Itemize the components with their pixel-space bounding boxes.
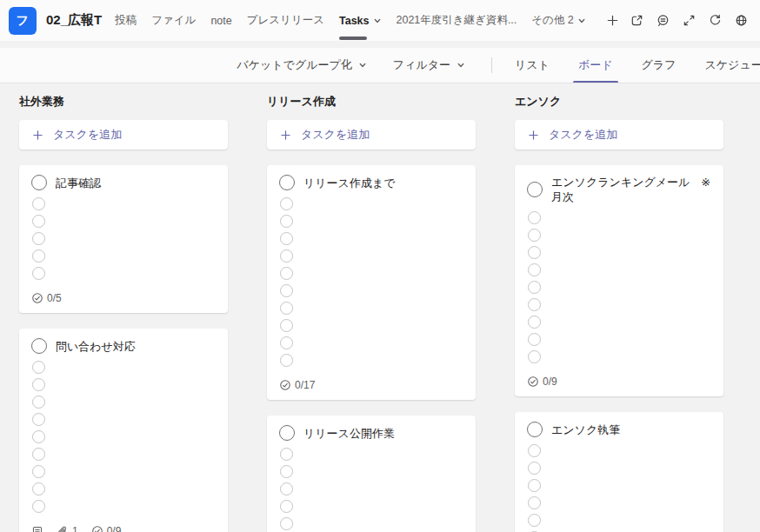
checklist bbox=[31, 197, 216, 280]
checklist-item-circle[interactable] bbox=[32, 430, 45, 443]
checklist-item-circle[interactable] bbox=[32, 448, 45, 461]
task-card[interactable]: 記事確認 0/5 bbox=[19, 165, 228, 313]
bucket-name: エンソク bbox=[515, 95, 723, 109]
task-complete-circle[interactable] bbox=[279, 425, 295, 441]
card-footer: 0/9 bbox=[527, 376, 711, 388]
chat-icon[interactable] bbox=[651, 9, 676, 33]
checklist-item-circle[interactable] bbox=[280, 267, 293, 280]
tab-note[interactable]: note bbox=[210, 0, 231, 41]
checklist-item-circle[interactable] bbox=[280, 249, 293, 263]
bucket-column: 社外業務 タスクを追加 記事確認 0/5 問い合わせ対応 bbox=[19, 95, 228, 532]
checklist-item-circle[interactable] bbox=[32, 500, 45, 513]
checklist-item-circle[interactable] bbox=[528, 298, 541, 311]
checklist-item-circle[interactable] bbox=[528, 263, 541, 276]
task-complete-circle[interactable] bbox=[527, 182, 543, 197]
checklist-item-circle[interactable] bbox=[528, 246, 541, 259]
pop-out-icon[interactable] bbox=[625, 9, 650, 33]
add-task-button[interactable]: タスクを追加 bbox=[267, 120, 476, 150]
card-title: リリース作成まで bbox=[303, 176, 396, 190]
task-complete-circle[interactable] bbox=[31, 338, 47, 354]
tab-posts[interactable]: 投稿 bbox=[115, 0, 137, 41]
checklist-item-circle[interactable] bbox=[528, 479, 541, 492]
checklist-item-circle[interactable] bbox=[32, 361, 45, 374]
view-tab-schedule[interactable]: スケジュール bbox=[704, 48, 760, 83]
team-avatar[interactable]: フ bbox=[9, 7, 37, 35]
add-task-button[interactable]: タスクを追加 bbox=[515, 120, 723, 150]
checklist-item-circle[interactable] bbox=[280, 517, 293, 530]
task-card[interactable]: エンソク執筆 bbox=[515, 412, 723, 532]
task-card[interactable]: リリース作成まで 0/17 bbox=[267, 165, 476, 400]
tab-handover-docs[interactable]: 2021年度引き継ぎ資料... bbox=[397, 0, 517, 41]
checklist-item-circle[interactable] bbox=[32, 413, 45, 426]
checklist bbox=[527, 211, 711, 363]
checklist-item-circle[interactable] bbox=[280, 284, 293, 297]
group-by-bucket-dropdown[interactable]: バケットでグループ化 bbox=[237, 57, 366, 73]
checklist-item-circle[interactable] bbox=[528, 514, 541, 527]
add-task-label: タスクを追加 bbox=[301, 127, 370, 143]
note-indicator bbox=[31, 525, 43, 532]
checklist-item-circle[interactable] bbox=[280, 197, 293, 210]
checklist-item-circle[interactable] bbox=[32, 465, 45, 478]
checklist-item-circle[interactable] bbox=[528, 229, 541, 242]
task-complete-circle[interactable] bbox=[279, 175, 295, 190]
checklist-item-circle[interactable] bbox=[32, 232, 45, 245]
bucket-column: リリース作成 タスクを追加 リリース作成まで 0/17 リリース公開作業 bbox=[267, 95, 476, 532]
add-task-button[interactable]: タスクを追加 bbox=[19, 120, 228, 150]
card-footer: 0/17 bbox=[279, 379, 463, 391]
checklist-item-circle[interactable] bbox=[280, 465, 293, 478]
task-card[interactable]: エンソクランキングメール ※月次 0/9 bbox=[515, 165, 723, 396]
checklist-item-circle[interactable] bbox=[528, 496, 541, 509]
card-title: 記事確認 bbox=[56, 176, 101, 190]
checklist-item-circle[interactable] bbox=[32, 197, 45, 210]
board: 社外業務 タスクを追加 記事確認 0/5 問い合わせ対応 bbox=[0, 83, 760, 532]
tab-tasks[interactable]: Tasks bbox=[339, 0, 382, 41]
checklist-item-circle[interactable] bbox=[528, 281, 541, 294]
checklist-item-circle[interactable] bbox=[280, 500, 293, 513]
add-tab-button[interactable] bbox=[601, 9, 625, 33]
checklist-item-circle[interactable] bbox=[528, 211, 541, 224]
active-tab-indicator bbox=[339, 37, 367, 40]
checklist-item-circle[interactable] bbox=[280, 354, 293, 367]
tab-press-release[interactable]: プレスリリース bbox=[247, 0, 324, 41]
tab-files[interactable]: ファイル bbox=[151, 0, 196, 41]
checklist-item-circle[interactable] bbox=[528, 462, 541, 475]
task-complete-circle[interactable] bbox=[527, 422, 543, 437]
checklist-item-circle[interactable] bbox=[280, 302, 293, 315]
chevron-down-icon bbox=[358, 61, 367, 70]
expand-icon[interactable] bbox=[677, 9, 702, 33]
more-options-icon[interactable] bbox=[756, 9, 760, 33]
add-task-label: タスクを追加 bbox=[549, 127, 617, 143]
task-card[interactable]: 問い合わせ対応 1 0/9 bbox=[19, 329, 228, 532]
checklist-item-circle[interactable] bbox=[528, 350, 541, 363]
checklist-item-circle[interactable] bbox=[32, 267, 45, 280]
plus-icon bbox=[31, 129, 44, 142]
checklist-item-circle[interactable] bbox=[280, 448, 293, 461]
checklist-item-circle[interactable] bbox=[32, 215, 45, 228]
checklist-item-circle[interactable] bbox=[280, 319, 293, 332]
checklist-item-circle[interactable] bbox=[32, 482, 45, 495]
checklist-progress: 0/17 bbox=[279, 379, 315, 391]
checklist-item-circle[interactable] bbox=[528, 333, 541, 346]
filter-dropdown[interactable]: フィルター bbox=[393, 57, 465, 73]
plus-icon bbox=[279, 129, 292, 142]
note-icon bbox=[31, 525, 43, 532]
globe-icon[interactable] bbox=[730, 9, 754, 33]
checklist-item-circle[interactable] bbox=[280, 482, 293, 495]
checklist-item-circle[interactable] bbox=[528, 316, 541, 329]
task-card[interactable]: リリース公開作業 bbox=[267, 416, 476, 532]
checklist-item-circle[interactable] bbox=[528, 444, 541, 457]
progress-text: 0/9 bbox=[543, 376, 557, 388]
task-complete-circle[interactable] bbox=[31, 175, 47, 190]
checklist-item-circle[interactable] bbox=[280, 232, 293, 245]
checklist-item-circle[interactable] bbox=[32, 249, 45, 263]
checklist-item-circle[interactable] bbox=[280, 215, 293, 228]
checklist-item-circle[interactable] bbox=[280, 336, 293, 349]
view-tab-chart[interactable]: グラフ bbox=[642, 48, 677, 83]
card-footer: 0/5 bbox=[31, 292, 216, 304]
checklist-item-circle[interactable] bbox=[32, 396, 45, 409]
view-tab-board[interactable]: ボード bbox=[578, 48, 613, 83]
refresh-icon[interactable] bbox=[703, 9, 728, 33]
view-tab-list[interactable]: リスト bbox=[515, 48, 550, 83]
checklist-item-circle[interactable] bbox=[32, 378, 45, 391]
tab-more[interactable]: その他 2 bbox=[531, 0, 586, 41]
